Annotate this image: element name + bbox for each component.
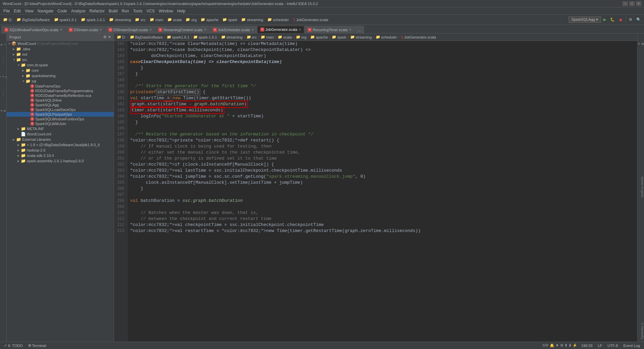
menu-item-window[interactable]: Window xyxy=(157,8,175,14)
tab-close-dstream[interactable]: ✕ xyxy=(99,28,102,32)
terminal-button[interactable]: ⊞ Terminal xyxy=(27,343,48,348)
code-line-208[interactable]: val batchDuration = ssc.graph.batchDurat… xyxy=(130,198,637,204)
code-line-207[interactable] xyxy=(130,192,637,198)
window-controls[interactable]: — □ ✕ xyxy=(623,1,641,6)
code-line-190[interactable]: private def startFirstTime() { xyxy=(130,89,637,95)
code-line-198[interactable]: "color:#cc7832;">private "color:#cc7832;… xyxy=(130,137,637,143)
debug-button[interactable]: 🐛 xyxy=(608,17,616,22)
toolbar-bigdata[interactable]: 📁 BigDataSoftware xyxy=(15,17,52,22)
tree-item-18dbigdatasoftwarejavajdk1806[interactable]: ▶📁< 1.8 > (D:\BigDataSoftware\Java\jdk1.… xyxy=(7,142,114,148)
tab-streamingcontext[interactable]: S StreamingContext.scala ✕ xyxy=(155,26,210,33)
menu-item-navigate[interactable]: Navigate xyxy=(36,8,55,14)
code-editor[interactable]: 1821831841851861871881891901911921931941… xyxy=(114,41,637,342)
menu-item-tools[interactable]: Tools xyxy=(131,8,145,14)
menu-item-analyze[interactable]: Analyze xyxy=(69,8,88,14)
tree-item-wordcount[interactable]: ▼📦WordCount D:\IdeaProjects\WordCount xyxy=(7,41,114,46)
toolbar-src[interactable]: 📁 src xyxy=(133,17,147,22)
code-line-195[interactable]: } xyxy=(130,119,637,125)
tree-item-idea[interactable]: ▶📁.idea xyxy=(7,46,114,52)
tab-jobscheduler[interactable]: S JobScheduler.scala ✕ xyxy=(210,26,257,33)
tree-item-core[interactable]: ▶📁core xyxy=(7,68,114,73)
code-line-204[interactable]: "color:#cc7832;">val jumpTime = ssc.sc.c… xyxy=(130,174,637,180)
tree-item-sparksteaming[interactable]: ▶📁sparksteaming xyxy=(7,73,114,78)
toolbar-scheduler[interactable]: 📁 scheduler xyxy=(266,17,291,22)
minimize-button[interactable]: — xyxy=(623,1,628,6)
code-line-203[interactable]: "color:#cc7832;">val lastTime = ssc.init… xyxy=(130,168,637,174)
toolbar-streaming2[interactable]: 📁 streaming xyxy=(239,17,265,22)
tab-close-jobgenerator[interactable]: ✕ xyxy=(299,28,301,32)
tree-item-metainf[interactable]: ▶📁META-INF xyxy=(7,126,114,131)
menu-item-build[interactable]: Build xyxy=(107,8,120,14)
code-line-184[interactable]: doCheckpoint(time, clearCheckpointDataLa… xyxy=(130,53,637,59)
menu-item-code[interactable]: Code xyxy=(55,8,69,14)
tree-item-sparksqlwindowfuntionops[interactable]: SSparkSQLWindowFuntionOps xyxy=(7,117,114,121)
code-line-193[interactable]: timer.start(startTime.milliseconds) xyxy=(130,107,637,113)
code-line-213[interactable]: "color:#cc7832;">val restartTime = "colo… xyxy=(130,228,637,234)
stop-button[interactable]: ⏹ xyxy=(617,17,624,22)
code-line-185[interactable]: case ClearCheckpointData(time) => clearC… xyxy=(130,59,637,65)
tree-item-rdd2dataframebyreflectionsca[interactable]: SRDD2DataFrameByReflection.sca xyxy=(7,93,114,98)
code-line-199[interactable]: // If manual clock is being used for tes… xyxy=(130,143,637,150)
project-gear-icon[interactable]: ⚙ xyxy=(103,35,107,39)
toolbar-spark16[interactable]: 📁 spark1.6.1 xyxy=(52,17,78,22)
structure-icon[interactable]: Str xyxy=(0,67,6,87)
tree-item-sparksqlagg[interactable]: SSparkSQLAgg xyxy=(7,103,114,107)
code-line-188[interactable] xyxy=(130,77,637,83)
code-line-189[interactable]: /** Starts the generator for the first t… xyxy=(130,83,637,89)
code-line-209[interactable] xyxy=(130,204,637,210)
tree-item-scalasdk2104[interactable]: ▶📁scala-sdk-2.10.4 xyxy=(7,153,114,158)
encoding[interactable]: UTF-8 xyxy=(606,344,619,348)
tree-item-externallibraries[interactable]: ▶📁External Libraries xyxy=(7,137,114,142)
run-button[interactable]: ▶ xyxy=(602,17,608,22)
tab-close-sqlwindow[interactable]: ✕ xyxy=(60,28,62,32)
tab-dstreamgraph[interactable]: S DStreamGraph.scala ✕ xyxy=(105,26,155,33)
code-line-182[interactable]: "color:#cc7832;">case ClearMetadata(time… xyxy=(130,41,637,47)
project-close-icon[interactable]: ✕ xyxy=(108,35,111,39)
tree-item-comdtspark[interactable]: ▼📁com.dt.spark xyxy=(7,62,114,68)
tab-recurringtimer[interactable]: S RecurringTimer.scala ✕ xyxy=(305,26,355,33)
tree-item-sql[interactable]: ▼📁sql xyxy=(7,78,114,84)
tree-item-dataframeops[interactable]: SDataFrameOps xyxy=(7,84,114,89)
code-line-196[interactable] xyxy=(130,125,637,131)
tab-sqlwindow[interactable]: S SQLWindowFuntionOps.scala ✕ xyxy=(1,26,65,33)
code-line-187[interactable]: } xyxy=(130,71,637,77)
tab-close-recurringtimer[interactable]: ✕ xyxy=(349,28,352,32)
toolbar-spark-folder[interactable]: 📁 spark xyxy=(221,17,239,22)
menu-item-file[interactable]: File xyxy=(1,8,12,14)
tab-dstream[interactable]: S DStream.scala ✕ xyxy=(66,26,105,33)
code-line-201[interactable]: // or if the property is defined set it … xyxy=(130,156,637,162)
right-build-icon[interactable]: Bu xyxy=(638,36,644,52)
menu-item-view[interactable]: View xyxy=(23,8,36,14)
toolbar-jobgenerator[interactable]: S JobGenerator.scala xyxy=(291,17,330,22)
tab-close-dstreamgraph[interactable]: ✕ xyxy=(149,28,152,32)
toolbar-scala-folder[interactable]: 📁 scala xyxy=(166,17,183,22)
close-button[interactable]: ✕ xyxy=(636,1,641,6)
line-endings[interactable]: LF xyxy=(596,344,603,348)
todo-button[interactable]: ✓ 6: TODO xyxy=(3,343,24,348)
toolbar-main[interactable]: 📁 main xyxy=(148,17,165,22)
tab-close-streamingcontext[interactable]: ✕ xyxy=(204,28,207,32)
tab-close-jobscheduler[interactable]: ✕ xyxy=(251,28,254,32)
code-line-202[interactable]: "color:#cc7832;">if (clock.isInstanceOf[… xyxy=(130,162,637,168)
code-line-186[interactable]: } xyxy=(130,65,637,71)
tree-item-wordcountiml[interactable]: 📄WordCount.iml xyxy=(7,131,114,137)
tree-item-sparksqlparquetops[interactable]: SSparkSQLParquetOps xyxy=(7,112,114,117)
code-line-194[interactable]: logInfo("Started JobGenerator at " + sta… xyxy=(130,113,637,119)
maximize-button[interactable]: □ xyxy=(629,1,635,6)
tree-item-rdd2dataframebyprogrammatica[interactable]: SRDD2DataFrameByProgrammatica xyxy=(7,89,114,93)
toolbar-search[interactable]: 🔍 xyxy=(635,17,643,22)
tree-item-sparksqlwithjoin[interactable]: SSparkSQLWithJoin xyxy=(7,121,114,126)
tree-item-sparksql2hive[interactable]: SSparkSQL2Hive xyxy=(7,98,114,103)
toolbar-settings[interactable]: ⚙ xyxy=(627,17,634,22)
hierarchy-tab-label[interactable]: 4: Hierarchy xyxy=(638,322,644,341)
toolbar-org[interactable]: 📁 org xyxy=(184,17,198,22)
menu-item-run[interactable]: Run xyxy=(120,8,131,14)
code-line-183[interactable]: "color:#cc7832;">case DoCheckpoint(time,… xyxy=(130,47,637,53)
maven-tab-label[interactable]: Maven Projects xyxy=(638,175,644,199)
menu-item-edit[interactable]: Edit xyxy=(12,8,23,14)
code-line-212[interactable]: "color:#cc7832;">val checkpointTime = ss… xyxy=(130,222,637,228)
code-line-211[interactable]: // between the checkpoint and current re… xyxy=(130,216,637,222)
run-config-selector[interactable]: SparkSQLAgg ▾ xyxy=(569,16,601,23)
tree-item-sparkassembly161hadoop260[interactable]: ▶📁spark-assembly-1.6.1-hadoop2.6.0 xyxy=(7,158,114,164)
tree-item-src[interactable]: ▼📁src xyxy=(7,57,114,62)
